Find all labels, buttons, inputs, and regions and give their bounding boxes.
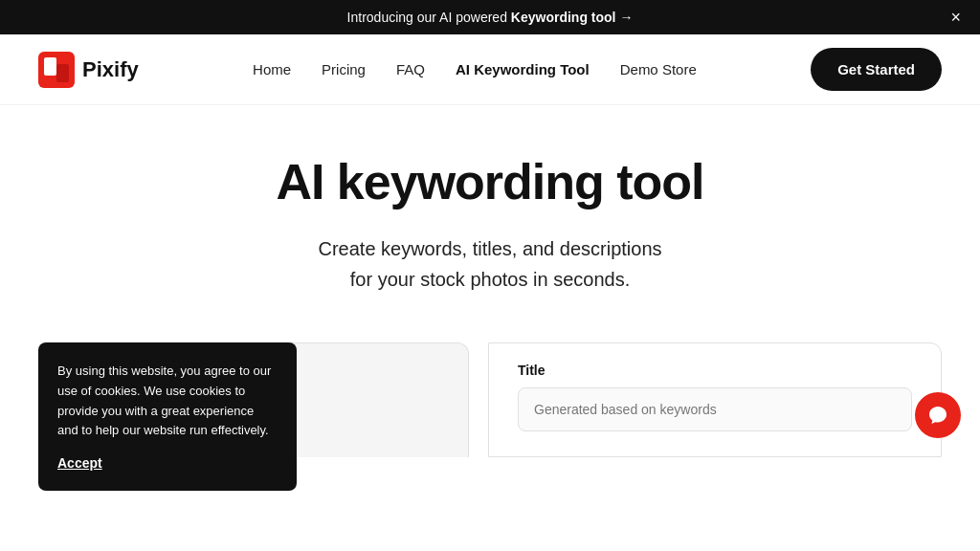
announcement-bar: Introducing our AI powered Keywording to… — [0, 0, 980, 34]
chat-icon — [927, 405, 948, 426]
svg-rect-2 — [56, 64, 69, 82]
navbar: Pixify Home Pricing FAQ AI Keywording To… — [0, 34, 980, 105]
logo-icon — [38, 52, 75, 88]
nav-item-ai-keywording[interactable]: AI Keywording Tool — [456, 61, 590, 78]
logo[interactable]: Pixify — [38, 52, 139, 88]
announcement-close-button[interactable]: × — [950, 9, 961, 26]
logo-text: Pixify — [82, 57, 139, 82]
nav-item-home[interactable]: Home — [253, 61, 291, 78]
title-field-label: Title — [518, 363, 912, 378]
cookie-consent-banner: By using this website, you agree to our … — [38, 342, 297, 491]
hero-subtitle: Create keywords, titles, and description… — [19, 233, 961, 295]
get-started-button[interactable]: Get Started — [811, 48, 942, 91]
cookie-message: By using this website, you agree to our … — [57, 362, 278, 441]
demo-area: Title By using this website, you agree t… — [0, 342, 980, 457]
cookie-accept-button[interactable]: Accept — [57, 455, 102, 471]
hero-title: AI keywording tool — [19, 153, 961, 210]
chat-button[interactable] — [915, 392, 961, 438]
svg-rect-1 — [44, 57, 56, 76]
nav-item-faq[interactable]: FAQ — [396, 61, 425, 78]
demo-form: Title — [488, 342, 942, 457]
announcement-text: Introducing our AI powered Keywording to… — [347, 10, 634, 25]
title-input[interactable] — [518, 387, 912, 431]
nav-item-pricing[interactable]: Pricing — [322, 61, 366, 78]
nav-item-demo-store[interactable]: Demo Store — [620, 61, 697, 78]
nav-links: Home Pricing FAQ AI Keywording Tool Demo… — [253, 61, 697, 78]
hero-section: AI keywording tool Create keywords, titl… — [0, 105, 980, 323]
